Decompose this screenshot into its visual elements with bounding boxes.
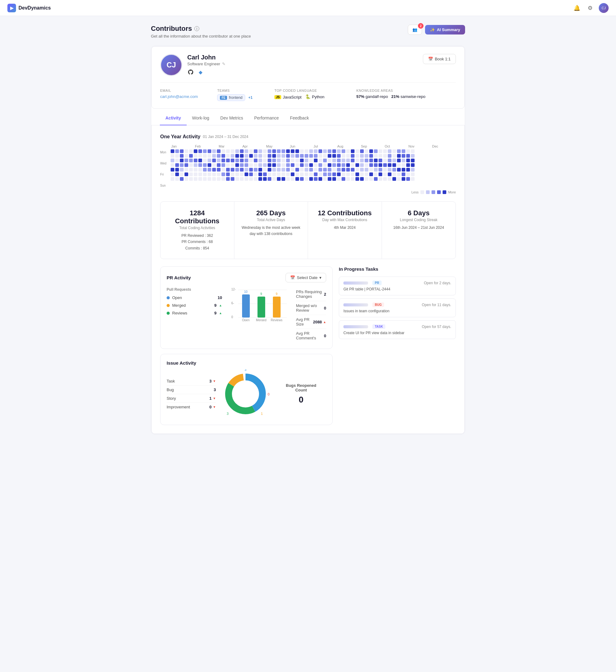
heatmap-cell[interactable]	[263, 149, 267, 153]
heatmap-cell[interactable]	[194, 154, 197, 158]
heatmap-cell[interactable]	[397, 168, 401, 172]
heatmap-cell[interactable]	[374, 163, 378, 167]
heatmap-cell[interactable]	[175, 154, 179, 158]
heatmap-cell[interactable]	[365, 149, 368, 153]
heatmap-cell[interactable]	[175, 163, 179, 167]
heatmap-cell[interactable]	[282, 177, 285, 181]
heatmap-cell[interactable]	[342, 172, 345, 176]
heatmap-cell[interactable]	[231, 168, 234, 172]
heatmap-cell[interactable]	[411, 168, 415, 172]
heatmap-cell[interactable]	[240, 172, 244, 176]
heatmap-cell[interactable]	[184, 149, 188, 153]
heatmap-cell[interactable]	[208, 163, 211, 167]
heatmap-cell[interactable]	[360, 177, 364, 181]
heatmap-cell[interactable]	[268, 172, 271, 176]
heatmap-cell[interactable]	[221, 163, 225, 167]
heatmap-cell[interactable]	[406, 149, 410, 153]
heatmap-cell[interactable]	[318, 163, 322, 167]
heatmap-cell[interactable]	[217, 163, 221, 167]
tab-feedback[interactable]: Feedback	[284, 111, 314, 125]
heatmap-cell[interactable]	[383, 163, 387, 167]
heatmap-cell[interactable]	[342, 149, 345, 153]
heatmap-cell[interactable]	[249, 172, 253, 176]
heatmap-cell[interactable]	[309, 149, 313, 153]
heatmap-cell[interactable]	[198, 168, 202, 172]
heatmap-cell[interactable]	[194, 163, 197, 167]
heatmap-cell[interactable]	[258, 177, 262, 181]
heatmap-cell[interactable]	[291, 149, 294, 153]
heatmap-cell[interactable]	[406, 159, 410, 162]
heatmap-cell[interactable]	[180, 172, 184, 176]
logo[interactable]: ▶ DevDynamics	[7, 4, 51, 12]
heatmap-cell[interactable]	[355, 168, 359, 172]
heatmap-cell[interactable]	[226, 172, 230, 176]
heatmap-cell[interactable]	[240, 163, 244, 167]
heatmap-cell[interactable]	[369, 177, 373, 181]
heatmap-cell[interactable]	[291, 177, 294, 181]
heatmap-cell[interactable]	[282, 149, 285, 153]
heatmap-cell[interactable]	[291, 163, 294, 167]
heatmap-cell[interactable]	[295, 172, 299, 176]
heatmap-cell[interactable]	[323, 177, 327, 181]
heatmap-cell[interactable]	[392, 163, 396, 167]
heatmap-cell[interactable]	[208, 154, 211, 158]
heatmap-cell[interactable]	[226, 177, 230, 181]
heatmap-cell[interactable]	[355, 159, 359, 162]
heatmap-cell[interactable]	[249, 154, 253, 158]
heatmap-cell[interactable]	[249, 149, 253, 153]
heatmap-cell[interactable]	[379, 177, 382, 181]
heatmap-cell[interactable]	[282, 159, 285, 162]
heatmap-cell[interactable]	[221, 168, 225, 172]
heatmap-cell[interactable]	[392, 172, 396, 176]
heatmap-cell[interactable]	[277, 168, 281, 172]
heatmap-cell[interactable]	[295, 149, 299, 153]
heatmap-cell[interactable]	[240, 154, 244, 158]
heatmap-cell[interactable]	[175, 159, 179, 162]
heatmap-cell[interactable]	[383, 149, 387, 153]
heatmap-cell[interactable]	[360, 149, 364, 153]
heatmap-cell[interactable]	[355, 154, 359, 158]
heatmap-cell[interactable]	[184, 159, 188, 162]
heatmap-cell[interactable]	[282, 168, 285, 172]
heatmap-cell[interactable]	[254, 177, 257, 181]
heatmap-cell[interactable]	[254, 172, 257, 176]
heatmap-cell[interactable]	[217, 172, 221, 176]
heatmap-cell[interactable]	[369, 149, 373, 153]
heatmap-cell[interactable]	[397, 159, 401, 162]
heatmap-cell[interactable]	[235, 168, 239, 172]
heatmap-cell[interactable]	[397, 163, 401, 167]
heatmap-cell[interactable]	[300, 149, 304, 153]
heatmap-cell[interactable]	[342, 154, 345, 158]
heatmap-cell[interactable]	[323, 163, 327, 167]
heatmap-cell[interactable]	[291, 154, 294, 158]
heatmap-cell[interactable]	[286, 159, 290, 162]
heatmap-cell[interactable]	[184, 172, 188, 176]
heatmap-cell[interactable]	[235, 154, 239, 158]
heatmap-cell[interactable]	[249, 177, 253, 181]
heatmap-cell[interactable]	[194, 177, 197, 181]
heatmap-cell[interactable]	[217, 168, 221, 172]
heatmap-cell[interactable]	[360, 159, 364, 162]
heatmap-cell[interactable]	[286, 163, 290, 167]
heatmap-cell[interactable]	[175, 168, 179, 172]
heatmap-cell[interactable]	[268, 159, 271, 162]
heatmap-cell[interactable]	[272, 163, 276, 167]
heatmap-cell[interactable]	[351, 177, 355, 181]
heatmap-cell[interactable]	[332, 177, 336, 181]
heatmap-cell[interactable]	[240, 159, 244, 162]
heatmap-cell[interactable]	[402, 163, 405, 167]
heatmap-cell[interactable]	[318, 168, 322, 172]
heatmap-cell[interactable]	[332, 149, 336, 153]
heatmap-cell[interactable]	[184, 177, 188, 181]
heatmap-cell[interactable]	[221, 154, 225, 158]
heatmap-cell[interactable]	[355, 177, 359, 181]
heatmap-cell[interactable]	[351, 172, 355, 176]
heatmap-cell[interactable]	[291, 168, 294, 172]
heatmap-cell[interactable]	[351, 159, 355, 162]
heatmap-cell[interactable]	[305, 172, 308, 176]
heatmap-cell[interactable]	[221, 177, 225, 181]
heatmap-cell[interactable]	[171, 177, 174, 181]
heatmap-cell[interactable]	[388, 154, 391, 158]
heatmap-cell[interactable]	[300, 163, 304, 167]
heatmap-cell[interactable]	[226, 159, 230, 162]
